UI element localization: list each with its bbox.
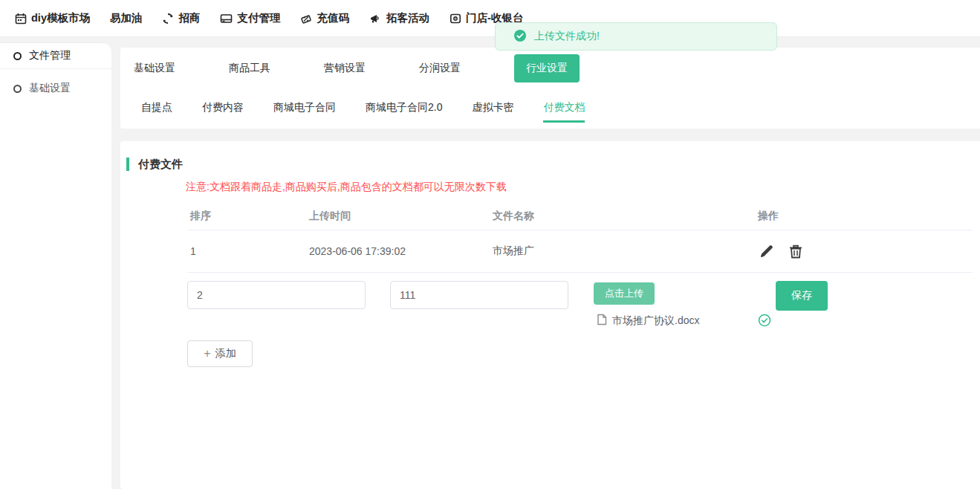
add-button[interactable]: + 添加	[187, 340, 253, 367]
content-card: 付费文件 注意:文档跟着商品走,商品购买后,商品包含的文档都可以无限次数下载 排…	[120, 141, 980, 489]
section-accent-bar	[126, 158, 129, 171]
subtab-paid-documents[interactable]: 付费文档	[543, 101, 585, 123]
column-header-actions: 操作	[755, 210, 973, 223]
column-header-file-name: 文件名称	[490, 210, 755, 223]
tab-basic-settings[interactable]: 基础设置	[134, 62, 175, 75]
save-button[interactable]: 保存	[776, 281, 828, 311]
subtab-paid-content[interactable]: 付费内容	[202, 101, 244, 123]
sidebar-item-label: 文件管理	[29, 49, 71, 62]
cell-sort: 1	[187, 245, 306, 257]
nav-item-payment-management[interactable]: 支付管理	[220, 11, 280, 25]
file-name-input[interactable]	[390, 281, 568, 309]
column-header-sort: 排序	[187, 210, 306, 223]
nav-label: 招商	[178, 11, 200, 25]
sidebar-item-label: 基础设置	[29, 82, 71, 95]
tab-profit-settings[interactable]: 分润设置	[419, 62, 461, 75]
cell-file-name: 市场推广	[490, 244, 755, 258]
recycle-icon	[162, 13, 174, 25]
document-icon	[597, 314, 607, 328]
main-tabs: 基础设置 商品工具 营销设置 分润设置 行业设置	[134, 54, 580, 82]
uploaded-file-item[interactable]: 市场推广协议.docx	[597, 314, 699, 328]
top-nav: diy模板市场 易加油 招商 支付管理 充值码 拓客活动	[0, 0, 980, 37]
subtab-mall-econtract[interactable]: 商城电子合同	[273, 101, 336, 123]
sidebar-item-file-management[interactable]: 文件管理	[0, 43, 111, 69]
nav-label: 拓客活动	[386, 11, 429, 25]
section-title: 付费文件	[138, 158, 183, 172]
tags-icon	[300, 13, 312, 25]
nav-item-customer-activity[interactable]: 拓客活动	[369, 11, 429, 25]
megaphone-icon	[369, 13, 382, 25]
sub-tabs: 自提点 付费内容 商城电子合同 商城电子合同2.0 虚拟卡密 付费文档	[141, 101, 585, 123]
edit-icon[interactable]	[758, 242, 776, 260]
subtab-virtual-card[interactable]: 虚拟卡密	[472, 101, 513, 123]
nav-label: diy模板市场	[31, 11, 90, 25]
uploaded-file-name: 市场推广协议.docx	[612, 314, 699, 328]
circle-icon	[13, 52, 22, 60]
nav-item-recharge-code[interactable]: 充值码	[300, 11, 349, 25]
column-header-upload-time: 上传时间	[306, 210, 490, 223]
cell-actions	[755, 242, 973, 260]
nav-item-yijiayou[interactable]: 易加油	[110, 11, 143, 25]
files-table: 排序 上传时间 文件名称 操作 1 2023-06-06 17:39:02 市场…	[187, 202, 973, 273]
app-screen: diy模板市场 易加油 招商 支付管理 充值码 拓客活动	[0, 0, 980, 489]
add-button-label: 添加	[215, 347, 236, 360]
tab-product-tools[interactable]: 商品工具	[229, 62, 270, 75]
tab-marketing-settings[interactable]: 营销设置	[324, 62, 366, 75]
toast-message: 上传文件成功!	[534, 30, 600, 43]
subtab-mall-econtract-2[interactable]: 商城电子合同2.0	[366, 101, 442, 123]
storefront-icon	[450, 13, 461, 25]
notice-text: 注意:文档跟着商品走,商品购买后,商品包含的文档都可以无限次数下载	[186, 181, 507, 194]
upload-success-check-icon	[758, 314, 771, 327]
nav-item-zhaoshang[interactable]: 招商	[162, 11, 200, 25]
calendar-icon	[15, 13, 27, 25]
nav-label: 支付管理	[237, 11, 280, 25]
table-header-row: 排序 上传时间 文件名称 操作	[187, 202, 973, 230]
cell-upload-time: 2023-06-06 17:39:02	[306, 245, 490, 257]
sort-input[interactable]	[187, 281, 366, 309]
card-icon	[220, 13, 233, 25]
toast-upload-success: 上传文件成功!	[495, 22, 777, 51]
circle-icon	[13, 85, 22, 93]
subtab-pickup-point[interactable]: 自提点	[141, 101, 172, 123]
success-badge-icon	[513, 29, 527, 45]
nav-label: 易加油	[110, 11, 143, 25]
nav-item-diy-template-market[interactable]: diy模板市场	[15, 11, 90, 25]
delete-icon[interactable]	[788, 242, 804, 260]
table-row: 1 2023-06-06 17:39:02 市场推广	[187, 230, 973, 273]
add-file-form: 点击上传 市场推广协议.docx 保存	[187, 281, 973, 340]
plus-icon: +	[204, 348, 210, 360]
sidebar-item-basic-settings[interactable]: 基础设置	[0, 69, 111, 108]
sidebar: 文件管理 基础设置	[0, 42, 111, 489]
tabs-card: 基础设置 商品工具 营销设置 分润设置 行业设置 自提点 付费内容 商城电子合同…	[120, 48, 980, 129]
tab-industry-settings[interactable]: 行业设置	[514, 54, 580, 82]
upload-button[interactable]: 点击上传	[594, 282, 655, 305]
nav-label: 充值码	[317, 11, 349, 25]
